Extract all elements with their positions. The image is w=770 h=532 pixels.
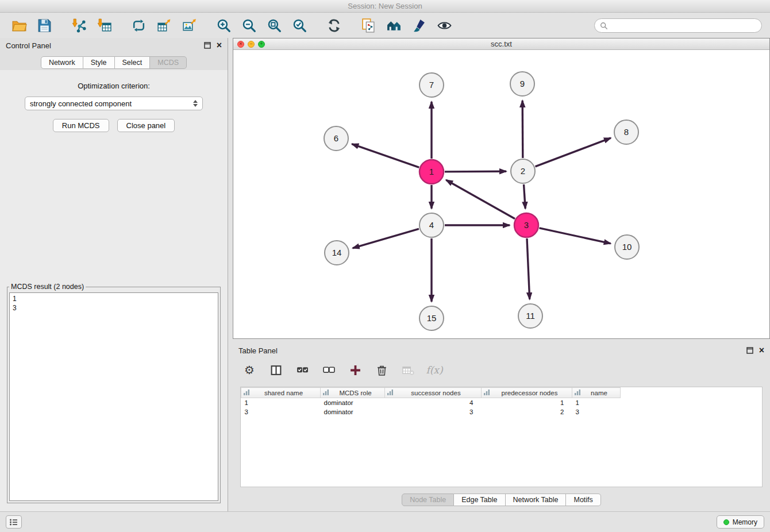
graph-edge-3-10[interactable] bbox=[540, 228, 611, 244]
tab-motifs[interactable]: Motifs bbox=[566, 494, 600, 506]
paint-style-button[interactable] bbox=[408, 16, 430, 36]
table-panel: Table Panel × ⚙ bbox=[233, 343, 770, 511]
table-panel-title: Table Panel bbox=[238, 346, 278, 355]
clear-selection-button[interactable] bbox=[321, 362, 336, 378]
graph-node-9[interactable]: 9 bbox=[510, 72, 534, 96]
graph-edge-2-3[interactable] bbox=[524, 184, 526, 209]
table-settings-button[interactable]: ⚙ bbox=[242, 362, 257, 378]
tab-style[interactable]: Style bbox=[83, 56, 115, 69]
close-control-panel-icon[interactable]: × bbox=[217, 41, 222, 49]
select-all-icon bbox=[297, 364, 309, 376]
memory-label: Memory bbox=[733, 518, 757, 526]
split-columns-button[interactable] bbox=[268, 362, 283, 378]
export-table-button[interactable] bbox=[153, 16, 175, 36]
graph-edge-3-1[interactable] bbox=[446, 180, 515, 219]
network-window: × − + scc.txt 7968124314101511 bbox=[233, 38, 770, 339]
minimize-window-icon[interactable]: − bbox=[248, 41, 255, 48]
tab-mcds[interactable]: MCDS bbox=[150, 56, 187, 69]
table-row[interactable]: 3dominator323 bbox=[241, 407, 621, 417]
zoom-selected-button[interactable] bbox=[288, 16, 310, 36]
copy-network-button[interactable] bbox=[357, 16, 379, 36]
zoom-out-button[interactable] bbox=[238, 16, 260, 36]
network-canvas[interactable]: 7968124314101511 bbox=[233, 51, 769, 338]
fx-icon: f(x) bbox=[426, 364, 442, 376]
select-all-button[interactable] bbox=[295, 362, 310, 378]
tab-node-table[interactable]: Node Table bbox=[402, 494, 454, 506]
column-header-name[interactable]: name bbox=[572, 388, 621, 398]
import-table-button[interactable] bbox=[93, 16, 115, 36]
mcds-panel: Optimization criterion: strongly connect… bbox=[0, 70, 228, 511]
graph-node-15[interactable]: 15 bbox=[419, 306, 444, 330]
column-header-successor-nodes[interactable]: successor nodes bbox=[385, 388, 482, 398]
tab-edge-table[interactable]: Edge Table bbox=[454, 494, 505, 506]
panel-list-button[interactable] bbox=[6, 515, 22, 529]
table-row[interactable]: 1dominator411 bbox=[241, 398, 621, 407]
float-panel-icon[interactable] bbox=[204, 42, 211, 49]
search-input[interactable] bbox=[611, 22, 756, 30]
graph-node-3[interactable]: 3 bbox=[514, 213, 538, 237]
mcds-result-line: 3 bbox=[13, 303, 215, 313]
graph-node-10[interactable]: 10 bbox=[615, 235, 639, 259]
svg-text:1: 1 bbox=[429, 167, 434, 176]
graph-edge-1-6[interactable] bbox=[352, 144, 419, 168]
graph-node-6[interactable]: 6 bbox=[324, 126, 348, 151]
graph-node-1[interactable]: 1 bbox=[419, 160, 444, 184]
network-arrows-icon bbox=[131, 18, 147, 33]
zoom-in-button[interactable] bbox=[213, 16, 234, 36]
zoom-window-icon[interactable]: + bbox=[258, 41, 265, 48]
close-panel-button[interactable]: Close panel bbox=[117, 119, 175, 132]
optimization-select[interactable]: strongly connected component bbox=[25, 97, 203, 110]
network-home-button[interactable] bbox=[383, 16, 405, 36]
tab-network[interactable]: Network bbox=[41, 56, 83, 69]
graph-edge-2-9[interactable] bbox=[522, 101, 523, 158]
tab-network-table[interactable]: Network Table bbox=[506, 494, 567, 506]
graph-node-14[interactable]: 14 bbox=[325, 241, 349, 265]
mcds-result-group: MCDS result (2 nodes) 13 bbox=[7, 283, 221, 503]
graph-edge-4-14[interactable] bbox=[353, 229, 419, 248]
graph-node-11[interactable]: 11 bbox=[518, 304, 542, 328]
column-header-predecessor-nodes[interactable]: predecessor nodes bbox=[482, 388, 572, 398]
network-share-button[interactable] bbox=[128, 16, 149, 36]
float-table-panel-icon[interactable] bbox=[746, 347, 753, 354]
svg-text:15: 15 bbox=[427, 313, 437, 323]
add-row-button[interactable] bbox=[348, 362, 363, 378]
graph-edge-2-8[interactable] bbox=[536, 138, 611, 167]
table-panel-tabs: Node TableEdge TableNetwork TableMotifs bbox=[233, 494, 770, 506]
refresh-layout-button[interactable] bbox=[323, 16, 345, 36]
optimization-criterion-label: Optimization criterion: bbox=[0, 82, 228, 90]
plus-icon bbox=[349, 364, 361, 376]
memory-button[interactable]: Memory bbox=[717, 515, 764, 529]
close-window-icon[interactable]: × bbox=[237, 41, 244, 48]
graph-edge-1-2[interactable] bbox=[445, 171, 506, 172]
column-header-mcds-role[interactable]: MCDS role bbox=[321, 388, 385, 398]
tab-select[interactable]: Select bbox=[115, 56, 151, 69]
save-session-button[interactable] bbox=[33, 16, 55, 36]
graph-node-8[interactable]: 8 bbox=[614, 120, 638, 144]
show-hide-button[interactable] bbox=[433, 16, 455, 36]
network-window-title: scc.txt bbox=[233, 40, 769, 48]
delete-row-button[interactable] bbox=[374, 362, 389, 378]
open-session-button[interactable] bbox=[8, 16, 30, 36]
graph-node-7[interactable]: 7 bbox=[419, 73, 444, 97]
graph-edge-3-11[interactable] bbox=[527, 238, 530, 299]
mcds-result-line: 1 bbox=[13, 294, 215, 303]
mcds-result-list: 13 bbox=[9, 292, 218, 501]
export-image-button[interactable] bbox=[178, 16, 200, 36]
import-network-button[interactable] bbox=[68, 16, 90, 36]
run-mcds-button[interactable]: Run MCDS bbox=[53, 119, 109, 132]
network-graph[interactable]: 7968124314101511 bbox=[233, 51, 769, 338]
zoom-fit-icon bbox=[267, 18, 282, 33]
node-table: shared nameMCDS rolesuccessor nodesprede… bbox=[241, 387, 621, 417]
close-table-panel-icon[interactable]: × bbox=[759, 346, 764, 354]
zoom-fit-button[interactable] bbox=[263, 16, 285, 36]
graph-node-4[interactable]: 4 bbox=[419, 213, 444, 237]
search-icon bbox=[600, 22, 608, 30]
columns-icon bbox=[270, 364, 282, 376]
graph-node-2[interactable]: 2 bbox=[511, 159, 535, 183]
column-header-shared-name[interactable]: shared name bbox=[241, 388, 321, 398]
list-icon bbox=[9, 518, 18, 526]
search-box[interactable] bbox=[594, 18, 762, 33]
svg-text:3: 3 bbox=[524, 220, 529, 230]
svg-text:9: 9 bbox=[520, 79, 525, 88]
open-folder-icon bbox=[11, 18, 27, 33]
